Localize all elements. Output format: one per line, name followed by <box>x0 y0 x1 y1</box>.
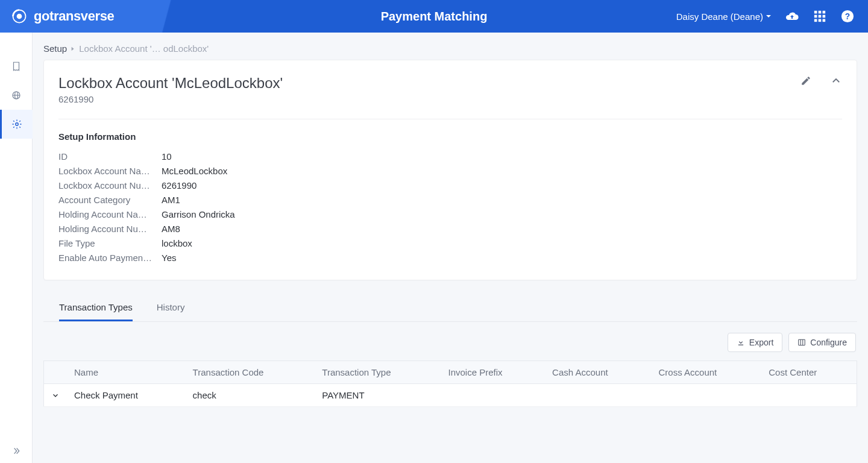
chevrons-right-icon <box>11 446 21 456</box>
svg-point-15 <box>16 123 19 126</box>
globe-icon <box>11 90 22 101</box>
cell-cash_account <box>545 384 651 407</box>
svg-rect-7 <box>823 15 826 18</box>
cloud-upload-icon[interactable] <box>785 9 799 24</box>
brand-logo-icon <box>11 8 28 25</box>
breadcrumb-current: Lockbox Account '… odLockbox' <box>79 43 209 54</box>
download-icon <box>737 338 745 347</box>
sidebar-item-global[interactable] <box>0 81 33 110</box>
tabs: Transaction TypesHistory <box>43 294 857 322</box>
info-value: lockbox <box>162 238 396 248</box>
page-title: Lockbox Account 'McLeodLockbox' <box>58 75 283 92</box>
info-label: Enable Auto Paymen… <box>58 253 158 263</box>
main-content: Setup Lockbox Account '… odLockbox' Lock… <box>33 33 868 463</box>
svg-rect-10 <box>823 19 826 22</box>
table-body: Check PaymentcheckPAYMENT <box>44 384 857 407</box>
svg-rect-4 <box>823 11 826 14</box>
cell-name: Check Payment <box>67 384 186 407</box>
info-value: Garrison Ondricka <box>162 209 396 219</box>
tab-history[interactable]: History <box>157 294 185 321</box>
info-value: Yes <box>162 253 396 263</box>
setup-info-grid: ID10Lockbox Account Na…McLeodLockboxLock… <box>58 151 396 263</box>
edit-button[interactable] <box>800 75 812 87</box>
transaction-types-table: NameTransaction CodeTransaction TypeInvo… <box>43 361 857 407</box>
svg-rect-9 <box>819 19 822 22</box>
export-label: Export <box>749 338 773 347</box>
divider <box>58 119 842 119</box>
column-header[interactable]: Invoice Prefix <box>441 361 546 384</box>
card-actions <box>800 75 842 87</box>
svg-text:?: ? <box>845 12 850 21</box>
info-label: File Type <box>58 238 158 248</box>
info-label: Lockbox Account Na… <box>58 166 158 176</box>
info-label: Lockbox Account Nu… <box>58 180 158 191</box>
cell-cost_center <box>761 384 857 407</box>
info-value: McLeodLockbox <box>162 166 396 176</box>
cell-code: check <box>186 384 315 407</box>
svg-rect-6 <box>819 15 822 18</box>
collapse-button[interactable] <box>830 75 842 87</box>
column-header[interactable]: Name <box>67 361 186 384</box>
user-menu[interactable]: Daisy Deane (Deane) <box>676 11 772 22</box>
receipt-icon <box>11 61 22 72</box>
brand-name: gotransverse <box>34 8 114 24</box>
caret-down-icon <box>766 13 772 19</box>
sidebar <box>0 33 33 463</box>
column-header[interactable]: Transaction Type <box>315 361 441 384</box>
chevron-right-icon <box>71 46 75 51</box>
brand[interactable]: gotransverse <box>0 8 114 25</box>
topbar: gotransverse Payment Matching Daisy Dean… <box>0 0 868 33</box>
info-value: 6261990 <box>162 180 396 191</box>
column-header[interactable]: Transaction Code <box>186 361 315 384</box>
column-header[interactable]: Cross Account <box>652 361 762 384</box>
tab-transaction-types[interactable]: Transaction Types <box>59 294 133 321</box>
svg-point-1 <box>17 14 22 19</box>
table-toolbar: Export Configure <box>43 333 857 352</box>
export-button[interactable]: Export <box>728 333 782 352</box>
svg-rect-16 <box>799 339 805 345</box>
configure-button[interactable]: Configure <box>788 333 856 352</box>
configure-label: Configure <box>810 338 847 347</box>
pencil-icon <box>800 75 811 86</box>
setup-info-label: Setup Information <box>58 131 842 142</box>
svg-rect-8 <box>814 19 817 22</box>
cell-type: PAYMENT <box>315 384 441 407</box>
column-header[interactable]: Cost Center <box>761 361 857 384</box>
user-display-name: Daisy Deane (Deane) <box>676 11 763 22</box>
page-subtitle: 6261990 <box>58 94 283 104</box>
lockbox-account-card: Lockbox Account 'McLeodLockbox' 6261990 … <box>43 60 857 280</box>
info-value: 10 <box>162 151 396 162</box>
gear-icon <box>11 119 22 130</box>
cell-invoice_prefix <box>441 384 546 407</box>
app-title: Payment Matching <box>381 10 488 24</box>
cell-cross_account <box>652 384 762 407</box>
table-header-row: NameTransaction CodeTransaction TypeInvo… <box>44 361 857 384</box>
column-header[interactable]: Cash Account <box>545 361 651 384</box>
columns-icon <box>797 338 806 347</box>
info-label: Holding Account Na… <box>58 209 158 219</box>
sidebar-item-setup[interactable] <box>0 110 33 139</box>
svg-rect-5 <box>814 15 817 18</box>
breadcrumb: Setup Lockbox Account '… odLockbox' <box>43 33 857 60</box>
breadcrumb-root[interactable]: Setup <box>43 43 67 54</box>
info-label: Account Category <box>58 195 158 205</box>
chevron-down-icon <box>51 391 60 400</box>
help-icon[interactable]: ? <box>840 9 855 24</box>
sidebar-expand-button[interactable] <box>11 446 21 456</box>
topbar-right: Daisy Deane (Deane) ? <box>676 9 868 24</box>
chevron-up-icon <box>831 75 841 86</box>
info-value: AM1 <box>162 195 396 205</box>
svg-rect-3 <box>819 11 822 14</box>
info-value: AM8 <box>162 224 396 234</box>
expand-column-header <box>44 361 68 384</box>
sidebar-item-receipts[interactable] <box>0 52 33 81</box>
svg-rect-2 <box>814 11 817 14</box>
expand-row-button[interactable] <box>44 384 68 407</box>
info-label: Holding Account Nu… <box>58 224 158 234</box>
apps-grid-icon[interactable] <box>813 9 827 24</box>
table-row[interactable]: Check PaymentcheckPAYMENT <box>44 384 857 407</box>
card-header: Lockbox Account 'McLeodLockbox' 6261990 <box>58 75 842 114</box>
info-label: ID <box>58 151 158 162</box>
